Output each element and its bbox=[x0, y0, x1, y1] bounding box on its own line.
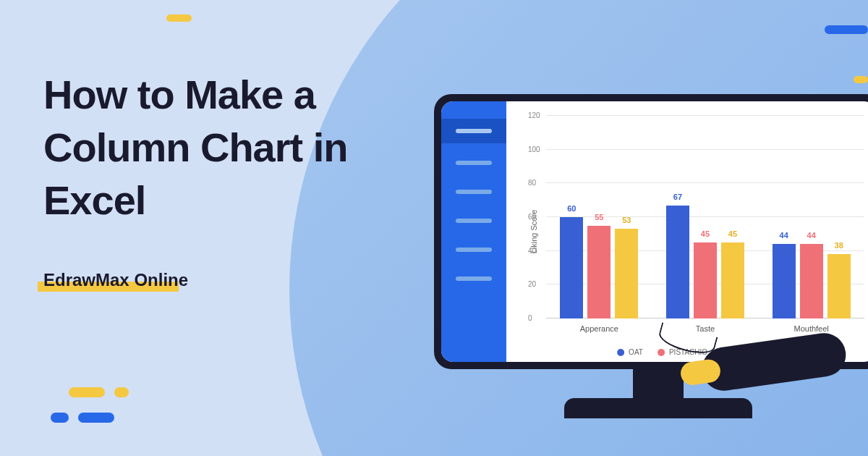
sidebar-item bbox=[441, 269, 506, 288]
category-label: Mouthfeel bbox=[793, 324, 828, 333]
y-tick: 100 bbox=[528, 145, 540, 153]
monitor-bezel: Liking Score 120 100 80 60 40 20 0 60 55 bbox=[434, 94, 868, 369]
y-tick: 40 bbox=[528, 246, 536, 254]
decorative-dash bbox=[854, 76, 868, 83]
decorative-dash bbox=[825, 25, 868, 34]
bar-almond: 45 bbox=[721, 242, 744, 318]
monitor-screen: Liking Score 120 100 80 60 40 20 0 60 55 bbox=[441, 101, 868, 362]
sidebar-item bbox=[441, 240, 506, 259]
bar-pistachio: 45 bbox=[694, 242, 717, 318]
decorative-dash bbox=[166, 14, 192, 22]
monitor-stand-base bbox=[564, 398, 752, 418]
bar-oat: 67 bbox=[666, 206, 689, 318]
y-tick: 0 bbox=[528, 314, 532, 322]
y-tick: 60 bbox=[528, 213, 536, 221]
bar-pistachio: 55 bbox=[587, 226, 610, 318]
bar-oat: 44 bbox=[773, 244, 796, 318]
bar-pistachio: 44 bbox=[800, 244, 823, 318]
y-tick: 80 bbox=[528, 179, 536, 187]
sidebar-item bbox=[441, 119, 506, 143]
chart-grid: 120 100 80 60 40 20 0 60 55 53 Apper bbox=[546, 116, 864, 318]
main-title: How to Make a Column Chart in Excel bbox=[43, 69, 405, 227]
legend-item: OAT bbox=[617, 348, 643, 356]
sidebar-item bbox=[441, 153, 506, 172]
y-tick: 20 bbox=[528, 280, 536, 288]
decorative-dash bbox=[114, 387, 129, 397]
sidebar-item bbox=[441, 182, 506, 201]
bar-oat: 60 bbox=[560, 217, 583, 318]
y-tick: 120 bbox=[528, 111, 540, 119]
decorative-dash bbox=[69, 387, 105, 397]
decorative-dash bbox=[51, 413, 69, 423]
bar-almond: 53 bbox=[615, 229, 638, 318]
decorative-dash bbox=[78, 413, 114, 423]
bar-groups: 60 55 53 Apperance 67 45 45 Taste bbox=[546, 116, 864, 318]
bar-group: 44 44 38 Mouthfeel bbox=[773, 116, 851, 318]
category-label: Apperance bbox=[580, 324, 618, 333]
bar-almond: 38 bbox=[827, 254, 851, 318]
bar-group: 67 45 45 Taste bbox=[666, 116, 744, 318]
sidebar-item bbox=[441, 211, 506, 230]
legend-dot-icon bbox=[617, 349, 624, 356]
app-sidebar bbox=[441, 101, 506, 362]
bar-group: 60 55 53 Apperance bbox=[560, 116, 638, 318]
monitor-illustration: Liking Score 120 100 80 60 40 20 0 60 55 bbox=[434, 94, 868, 369]
subtitle: EdrawMax Online bbox=[43, 270, 188, 290]
legend-dot-icon bbox=[658, 349, 665, 356]
title-area: How to Make a Column Chart in Excel Edra… bbox=[43, 69, 405, 290]
chart-area: Liking Score 120 100 80 60 40 20 0 60 55 bbox=[506, 101, 868, 362]
subtitle-wrap: EdrawMax Online bbox=[43, 270, 188, 290]
